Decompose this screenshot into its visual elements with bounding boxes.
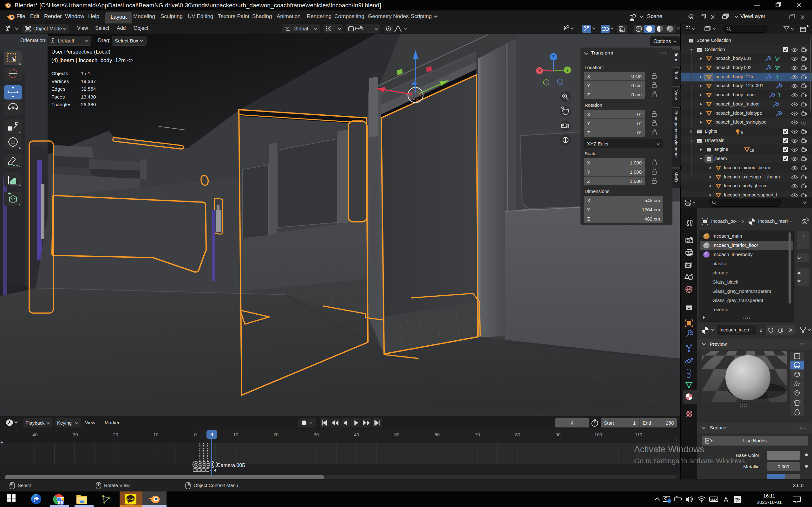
svg-text:TALK: TALK — [127, 497, 135, 500]
svg-text:X: X — [538, 69, 541, 73]
svg-text:한: 한 — [735, 497, 740, 502]
svg-text:Y: Y — [566, 68, 569, 72]
svg-text:A: A — [724, 496, 728, 503]
svg-text:Z: Z — [552, 55, 554, 59]
